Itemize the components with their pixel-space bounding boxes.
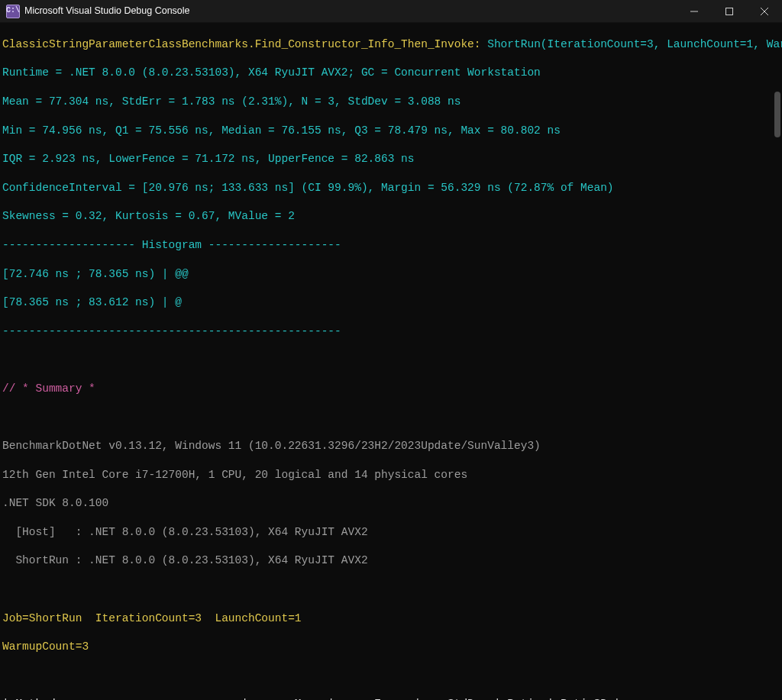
env-line: 12th Gen Intel Core i7-12700H, 1 CPU, 20… <box>2 468 780 482</box>
minimize-button[interactable] <box>677 0 712 23</box>
stat-ci: ConfidenceInterval = [20.976 ns; 133.633… <box>2 181 780 195</box>
warmup-line: WarmupCount=3 <box>2 640 780 654</box>
stat-skew: Skewness = 0.32, Kurtosis = 0.67, MValue… <box>2 209 780 224</box>
env-line: ShortRun : .NET 8.0.0 (8.0.23.53103), X6… <box>2 553 780 568</box>
table-header: | Method | Mean | Error | StdDev | Ratio… <box>2 697 780 700</box>
console-output[interactable]: ClassicStringParameterClassBenchmarks.Fi… <box>0 23 782 700</box>
env-line: BenchmarkDotNet v0.13.12, Windows 11 (10… <box>2 439 780 453</box>
histogram-title: -------------------- Histogram ---------… <box>2 238 780 253</box>
histogram-row: [78.365 ns ; 83.612 ns) | @ <box>2 295 780 310</box>
job-line: Job=ShortRun IterationCount=3 LaunchCoun… <box>2 611 780 626</box>
close-button[interactable] <box>747 0 782 23</box>
svg-rect-0 <box>726 8 733 15</box>
maximize-button[interactable] <box>712 0 747 23</box>
scrollbar-thumb[interactable] <box>774 92 780 137</box>
stat-mean: Mean = 77.304 ns, StdErr = 1.783 ns (2.3… <box>2 95 780 109</box>
stat-min: Min = 74.956 ns, Q1 = 75.556 ns, Median … <box>2 124 780 138</box>
benchmark-params: ShortRun(IterationCount=3, LaunchCount=1… <box>481 38 782 50</box>
summary-heading: // * Summary * <box>2 382 780 396</box>
stat-runtime: Runtime = .NET 8.0.0 (8.0.23.53103), X64… <box>2 66 780 80</box>
app-icon: C:\ <box>6 5 20 18</box>
titlebar: C:\ Microsoft Visual Studio Debug Consol… <box>0 0 782 23</box>
stat-iqr: IQR = 2.923 ns, LowerFence = 71.172 ns, … <box>2 152 780 166</box>
benchmark-name: ClassicStringParameterClassBenchmarks.Fi… <box>2 38 481 50</box>
window-title: Microsoft Visual Studio Debug Console <box>24 4 190 18</box>
env-line: .NET SDK 8.0.100 <box>2 496 780 511</box>
histogram-footer: ----------------------------------------… <box>2 324 780 339</box>
histogram-row: [72.746 ns ; 78.365 ns) | @@ <box>2 267 780 282</box>
env-line: [Host] : .NET 8.0.0 (8.0.23.53103), X64 … <box>2 525 780 540</box>
